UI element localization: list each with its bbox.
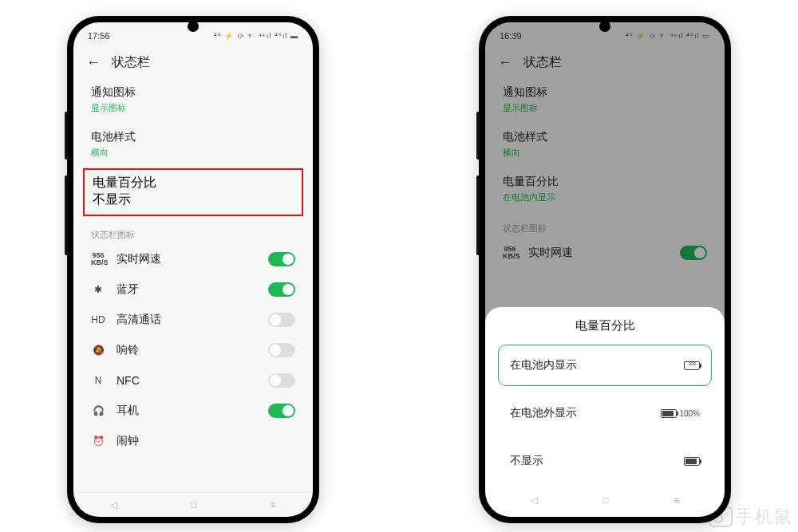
highlight-battery-percent: 电量百分比 不显示 bbox=[83, 168, 303, 216]
headphone-icon: 🎧 bbox=[91, 405, 105, 416]
settings-list: 通知图标 显示图标 电池样式 横向 电量百分比 不显示 状态栏图标 956 KB… bbox=[73, 77, 313, 492]
header: ← 状态栏 bbox=[485, 46, 725, 77]
page-title: 状态栏 bbox=[523, 54, 562, 71]
phone-frame-left: 17:56 ⁴⁶ ⚡ ⟳ ᯤ ⁴⁶ıl ⁴⁶ıl ▬ ← 状态栏 通知图标 显示… bbox=[67, 16, 319, 523]
toggle-row[interactable]: ✱蓝牙 bbox=[73, 274, 313, 305]
camera-notch bbox=[188, 21, 199, 32]
option-label: 在电池内显示 bbox=[510, 358, 684, 372]
status-time: 17:56 bbox=[88, 31, 110, 41]
toggle-label: 响铃 bbox=[117, 343, 257, 357]
nav-recent-icon[interactable]: ≡ bbox=[674, 495, 679, 506]
setting-battery-style[interactable]: 电池样式 横向 bbox=[485, 122, 725, 167]
toggle-switch[interactable] bbox=[268, 404, 295, 418]
setting-value: 显示图标 bbox=[91, 102, 295, 114]
status-indicators: ⁴⁶ ⚡ ⟳ ᯤ ⁴⁶ıl ⁴⁶ıl ▭ bbox=[626, 32, 710, 40]
nav-home-icon[interactable]: □ bbox=[191, 499, 196, 510]
battery-icon bbox=[684, 361, 700, 370]
sheet-option[interactable]: 在电池内显示 bbox=[498, 345, 712, 386]
sheet-option[interactable]: 在电池外显示100% bbox=[498, 392, 712, 434]
toggle-switch[interactable] bbox=[680, 246, 707, 260]
section-title: 状态栏图标 bbox=[485, 211, 725, 238]
status-indicators: ⁴⁶ ⚡ ⟳ ᯤ ⁴⁶ıl ⁴⁶ıl ▬ bbox=[214, 32, 298, 40]
toggle-label: NFC bbox=[117, 374, 257, 387]
page-title: 状态栏 bbox=[112, 54, 150, 71]
setting-value: 横向 bbox=[91, 147, 295, 159]
toggle-label: 实时网速 bbox=[117, 252, 257, 266]
screen-left: 17:56 ⁴⁶ ⚡ ⟳ ᯤ ⁴⁶ıl ⁴⁶ıl ▬ ← 状态栏 通知图标 显示… bbox=[73, 22, 313, 517]
setting-label: 电量百分比 bbox=[503, 175, 707, 189]
nav-back-icon[interactable]: ◁ bbox=[531, 495, 538, 506]
toggle-label: 实时网速 bbox=[528, 246, 669, 260]
toggle-label: 闹钟 bbox=[117, 434, 295, 448]
ring-icon: 🔕 bbox=[91, 345, 105, 356]
setting-label: 通知图标 bbox=[91, 85, 295, 100]
netspeed-icon: 956 KB/S bbox=[91, 252, 105, 266]
back-icon[interactable]: ← bbox=[86, 54, 101, 71]
sheet-option[interactable]: 不显示 bbox=[498, 440, 712, 482]
android-navbar: ◁ □ ≡ bbox=[73, 492, 313, 517]
nav-home-icon[interactable]: □ bbox=[602, 495, 608, 506]
setting-label: 通知图标 bbox=[503, 85, 707, 100]
setting-value: 显示图标 bbox=[503, 102, 707, 114]
setting-battery-percent[interactable]: 电量百分比 不显示 bbox=[93, 175, 294, 208]
hd-icon: HD bbox=[91, 314, 105, 325]
toggle-label: 蓝牙 bbox=[117, 282, 257, 297]
sheet-title: 电量百分比 bbox=[498, 318, 712, 333]
setting-label: 电池样式 bbox=[503, 130, 707, 144]
section-title: 状态栏图标 bbox=[73, 218, 313, 244]
toggle-row[interactable]: 🔕响铃 bbox=[73, 335, 313, 365]
camera-notch bbox=[599, 21, 610, 32]
toggle-switch[interactable] bbox=[268, 343, 295, 357]
setting-value: 横向 bbox=[503, 147, 707, 159]
header: ← 状态栏 bbox=[73, 46, 313, 77]
alarm-icon: ⏰ bbox=[91, 435, 105, 447]
toggle-row[interactable]: NNFC bbox=[73, 365, 313, 396]
setting-label: 电池样式 bbox=[91, 130, 295, 144]
toggle-label: 高清通话 bbox=[117, 313, 257, 327]
nfc-icon: N bbox=[91, 375, 105, 386]
option-label: 不显示 bbox=[510, 454, 684, 468]
nav-recent-icon[interactable]: ≡ bbox=[271, 499, 276, 510]
toggle-row[interactable]: ⏰闹钟 bbox=[73, 426, 313, 456]
phone-frame-right: 16:39 ⁴⁶ ⚡ ⟳ ᯤ ⁴⁶ıl ⁴⁶ıl ▭ ← 状态栏 通知图标 显示… bbox=[479, 16, 731, 523]
nav-back-icon[interactable]: ◁ bbox=[110, 499, 117, 510]
option-label: 在电池外显示 bbox=[510, 406, 661, 420]
setting-battery-percent[interactable]: 电量百分比 在电池内显示 bbox=[485, 167, 725, 211]
status-time: 16:39 bbox=[500, 31, 522, 41]
android-navbar: ◁ □ ≡ bbox=[498, 488, 712, 512]
toggle-row[interactable]: 🎧耳机 bbox=[73, 396, 313, 426]
setting-notification-icons[interactable]: 通知图标 显示图标 bbox=[73, 77, 313, 122]
setting-value: 不显示 bbox=[93, 191, 294, 208]
screen-right: 16:39 ⁴⁶ ⚡ ⟳ ᯤ ⁴⁶ıl ⁴⁶ıl ▭ ← 状态栏 通知图标 显示… bbox=[485, 22, 725, 517]
setting-notification-icons[interactable]: 通知图标 显示图标 bbox=[485, 77, 725, 122]
toggle-switch[interactable] bbox=[268, 282, 295, 297]
toggle-row[interactable]: HD高清通话 bbox=[73, 305, 313, 335]
toggle-switch[interactable] bbox=[268, 373, 295, 388]
toggle-row[interactable]: 956 KB/S实时网速 bbox=[73, 244, 313, 274]
toggle-switch[interactable] bbox=[268, 252, 295, 266]
toggle-row[interactable]: 956 KB/S实时网速 bbox=[485, 238, 725, 268]
setting-battery-style[interactable]: 电池样式 横向 bbox=[73, 122, 313, 167]
back-icon[interactable]: ← bbox=[498, 54, 512, 71]
toggle-label: 耳机 bbox=[117, 404, 257, 418]
watermark: 手机鼠 bbox=[709, 505, 793, 529]
bottom-sheet-battery-percent[interactable]: 电量百分比 在电池内显示在电池外显示100%不显示 ◁ □ ≡ bbox=[485, 307, 725, 517]
toggle-switch[interactable] bbox=[268, 313, 295, 327]
battery-icon bbox=[684, 457, 700, 466]
bluetooth-icon: ✱ bbox=[91, 284, 105, 295]
watermark-text: 手机鼠 bbox=[736, 505, 793, 529]
battery-icon: 100% bbox=[661, 409, 700, 418]
setting-value: 在电池内显示 bbox=[503, 191, 707, 203]
netspeed-icon: 956 KB/S bbox=[503, 246, 517, 260]
setting-label: 电量百分比 bbox=[93, 175, 294, 191]
